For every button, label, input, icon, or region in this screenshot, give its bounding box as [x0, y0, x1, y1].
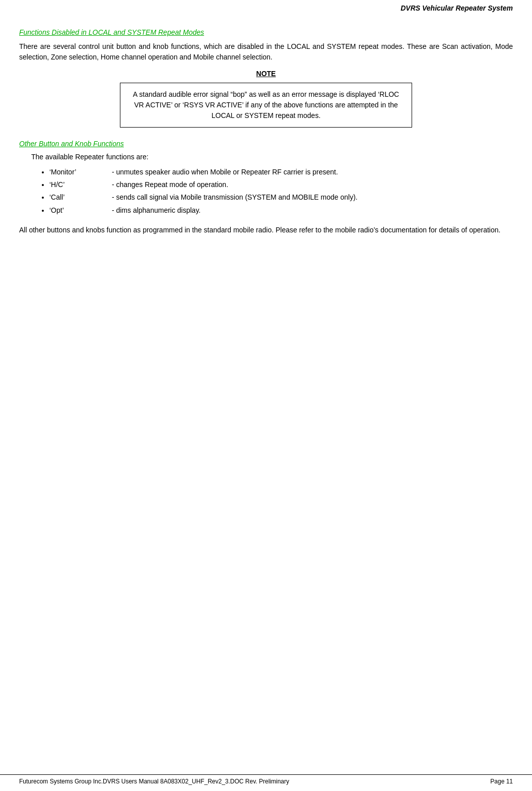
note-label: NOTE	[19, 70, 513, 78]
list-item: ‘Opt’ - dims alphanumeric display.	[49, 204, 513, 217]
bullet-key-2: ‘H/C’	[49, 178, 110, 191]
section-gap	[19, 128, 513, 140]
section1-paragraph: There are several control unit button an…	[19, 41, 513, 63]
note-box: A standard audible error signal “bop” as…	[120, 83, 412, 128]
page-container: DVRS Vehicular Repeater System Functions…	[0, 0, 532, 791]
bullet-list: ‘Monitor’ - unmutes speaker audio when M…	[49, 166, 513, 217]
section2-closing: All other buttons and knobs function as …	[19, 225, 513, 235]
note-text: A standard audible error signal “bop” as…	[133, 90, 399, 119]
page-header-title: DVRS Vehicular Repeater System	[401, 4, 513, 12]
list-item: ‘H/C’ - changes Repeat mode of operation…	[49, 178, 513, 191]
bullet-desc-3: - sends call signal via Mobile transmiss…	[112, 193, 358, 201]
section1-heading: Functions Disabled in LOCAL and SYSTEM R…	[19, 28, 513, 36]
bullet-desc-2: - changes Repeat mode of operation.	[112, 180, 228, 189]
bullet-desc-1: - unmutes speaker audio when Mobile or R…	[112, 168, 338, 176]
bullet-desc-4: - dims alphanumeric display.	[112, 206, 201, 214]
bullet-key-3: ‘Call’	[49, 191, 110, 204]
footer-left: Futurecom Systems Group Inc.DVRS Users M…	[19, 778, 289, 785]
bullet-key-1: ‘Monitor’	[49, 166, 110, 178]
list-item: ‘Monitor’ - unmutes speaker audio when M…	[49, 166, 513, 178]
bullet-key-4: ‘Opt’	[49, 204, 110, 217]
list-item: ‘Call’ - sends call signal via Mobile tr…	[49, 191, 513, 204]
footer-right: Page 11	[490, 778, 513, 785]
section2-intro: The available Repeater functions are:	[31, 153, 513, 161]
page-footer: Futurecom Systems Group Inc.DVRS Users M…	[0, 774, 532, 785]
section2-heading: Other Button and Knob Functions	[19, 140, 513, 148]
